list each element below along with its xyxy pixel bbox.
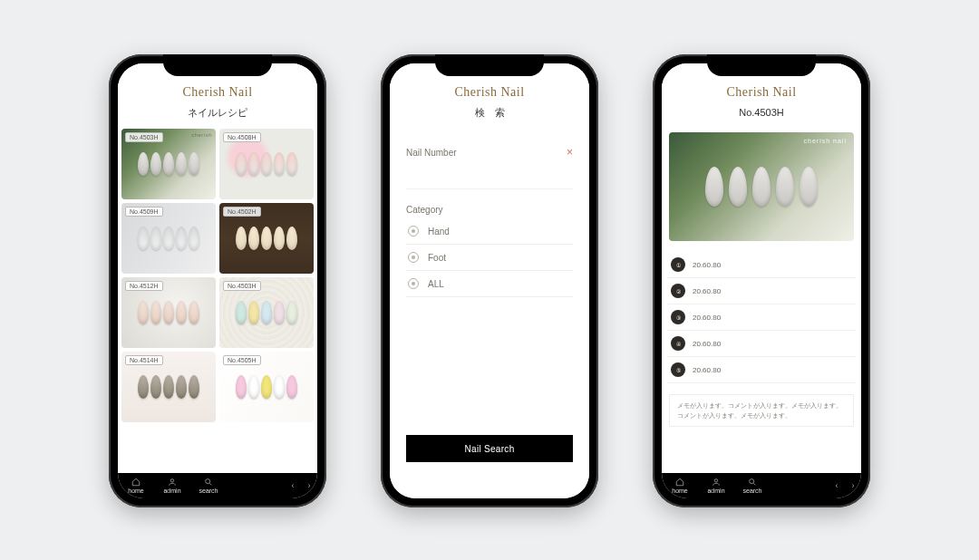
- nav-admin-label: admin: [707, 488, 724, 494]
- screen-detail: Cherish Nail No.4503H cherish nail ①20.6…: [662, 63, 861, 498]
- step-row: ①20.60.80: [667, 252, 856, 278]
- thumbnail-nails: [219, 129, 314, 199]
- section-title: ネイルレシピ: [118, 100, 317, 126]
- home-icon: [131, 478, 141, 487]
- nav-home[interactable]: home: [118, 478, 154, 494]
- thumbnail[interactable]: No.4508H: [219, 129, 314, 199]
- search-icon: [204, 478, 213, 487]
- category-label-text: Foot: [428, 253, 446, 263]
- search-icon: [748, 478, 757, 487]
- step-number-icon: ①: [671, 257, 685, 272]
- step-value: 20.60.80: [693, 340, 721, 348]
- nav-prev[interactable]: ‹: [829, 481, 845, 490]
- detail-title: No.4503H: [662, 100, 861, 126]
- thumbnail-nails: [121, 203, 216, 274]
- nav-admin[interactable]: admin: [154, 478, 190, 494]
- thumbnail-nails: [219, 277, 314, 348]
- category-option[interactable]: Hand: [406, 218, 573, 245]
- category-label-text: ALL: [428, 279, 444, 289]
- nav-search[interactable]: search: [734, 478, 771, 494]
- step-number-icon: ③: [671, 310, 685, 324]
- radio-icon: [408, 252, 419, 263]
- thumbnail[interactable]: No.4502H: [219, 203, 314, 274]
- section-title: 検 索: [390, 100, 589, 126]
- nav-next[interactable]: ›: [845, 481, 861, 490]
- phone-detail: Cherish Nail No.4503H cherish nail ①20.6…: [653, 54, 870, 507]
- nav-admin-label: admin: [163, 488, 180, 494]
- nail-number-input[interactable]: [406, 163, 573, 188]
- notch: [163, 54, 272, 76]
- nav-search[interactable]: search: [190, 478, 227, 494]
- nav-admin[interactable]: admin: [698, 478, 734, 494]
- notch: [707, 54, 816, 76]
- phone-gallery: Cherish Nail ネイルレシピ No.4503HcherishNo.45…: [109, 54, 326, 507]
- screen-search: Cherish Nail 検 索 Nail Number × Category …: [390, 63, 589, 498]
- thumbnail-nails: [219, 203, 314, 274]
- nav-next[interactable]: ›: [301, 481, 317, 490]
- thumbnail-grid: No.4503HcherishNo.4508HNo.4509HNo.4502HN…: [118, 125, 317, 426]
- radio-icon: [408, 226, 419, 237]
- notch: [435, 54, 544, 76]
- svg-point-2: [714, 479, 717, 482]
- nav-search-label: search: [742, 488, 761, 494]
- detail-steps: ①20.60.80②20.60.80③20.60.80④20.60.80⑤20.…: [662, 248, 861, 387]
- bottom-nav: home admin search ‹ ›: [662, 473, 861, 498]
- thumbnail[interactable]: No.4503H: [219, 277, 314, 348]
- nail-search-button[interactable]: Nail Search: [406, 435, 573, 462]
- step-number-icon: ④: [671, 336, 685, 351]
- nav-prev[interactable]: ‹: [285, 481, 301, 490]
- thumbnail-nails: [121, 277, 216, 348]
- step-row: ④20.60.80: [667, 331, 856, 357]
- svg-point-3: [750, 479, 754, 484]
- thumbnail[interactable]: No.4514H: [121, 352, 216, 422]
- svg-point-0: [170, 479, 173, 482]
- thumbnail-nails: [121, 129, 216, 199]
- screen-gallery: Cherish Nail ネイルレシピ No.4503HcherishNo.45…: [118, 63, 317, 498]
- svg-point-1: [206, 479, 210, 484]
- step-row: ⑤20.60.80: [667, 357, 856, 383]
- hero-nails: [669, 132, 854, 241]
- nav-home[interactable]: home: [662, 478, 698, 494]
- step-row: ③20.60.80: [667, 304, 856, 331]
- step-row: ②20.60.80: [667, 278, 856, 304]
- category-label-text: Hand: [428, 227, 450, 237]
- thumbnail[interactable]: No.4505H: [219, 352, 314, 422]
- detail-memo: メモが入ります。コメントが入ります。メモが入ります。コメントが入ります。メモが入…: [669, 394, 854, 427]
- step-value: 20.60.80: [693, 261, 721, 269]
- step-number-icon: ②: [671, 284, 685, 298]
- user-icon: [168, 478, 177, 487]
- bottom-nav: home admin search ‹ ›: [118, 473, 317, 498]
- radio-icon: [408, 278, 419, 289]
- nav-home-label: home: [672, 488, 688, 494]
- clear-icon[interactable]: ×: [567, 147, 573, 158]
- thumbnail-nails: [219, 352, 314, 422]
- nav-search-label: search: [199, 488, 218, 494]
- nail-number-row: Nail Number ×: [406, 147, 573, 158]
- category-label: Category: [406, 205, 573, 215]
- detail-body: cherish nail ①20.60.80②20.60.80③20.60.80…: [662, 125, 861, 473]
- nail-number-label: Nail Number: [406, 148, 457, 158]
- phone-search: Cherish Nail 検 索 Nail Number × Category …: [381, 54, 598, 507]
- user-icon: [712, 478, 721, 487]
- nav-home-label: home: [128, 488, 144, 494]
- hero-image: cherish nail: [669, 132, 854, 241]
- step-value: 20.60.80: [693, 314, 721, 322]
- thumbnail[interactable]: No.4503Hcherish: [121, 129, 216, 199]
- step-number-icon: ⑤: [671, 362, 685, 377]
- thumbnail[interactable]: No.4509H: [121, 203, 216, 274]
- category-option[interactable]: Foot: [406, 245, 573, 271]
- step-value: 20.60.80: [693, 366, 721, 374]
- step-value: 20.60.80: [693, 287, 721, 295]
- home-icon: [675, 478, 684, 487]
- stage: Cherish Nail ネイルレシピ No.4503HcherishNo.45…: [0, 0, 979, 560]
- gallery: No.4503HcherishNo.4508HNo.4509HNo.4502HN…: [118, 125, 317, 473]
- category-option[interactable]: ALL: [406, 271, 573, 297]
- thumbnail-nails: [121, 352, 216, 422]
- thumbnail[interactable]: No.4512H: [121, 277, 216, 348]
